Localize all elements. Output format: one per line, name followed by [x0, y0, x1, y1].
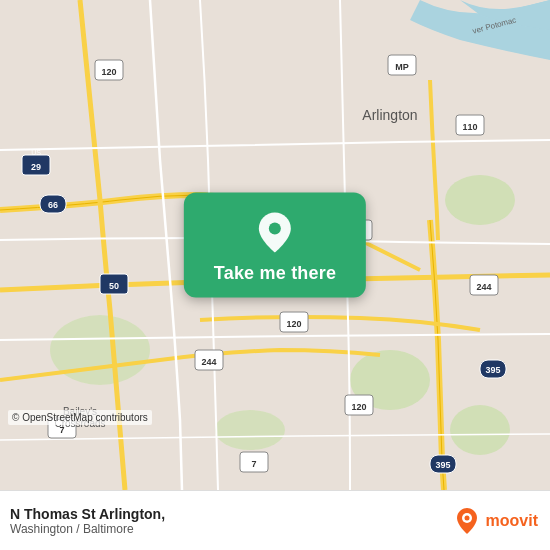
svg-text:395: 395 — [435, 460, 450, 470]
svg-text:7: 7 — [251, 459, 256, 469]
svg-text:50: 50 — [109, 281, 119, 291]
svg-text:US: US — [31, 149, 41, 156]
svg-text:244: 244 — [201, 357, 216, 367]
svg-point-1 — [445, 175, 515, 225]
take-me-there-overlay: Take me there — [184, 193, 366, 298]
svg-text:120: 120 — [286, 319, 301, 329]
bottom-bar: N Thomas St Arlington, Washington / Balt… — [0, 490, 550, 550]
take-me-there-button[interactable]: Take me there — [214, 263, 336, 284]
svg-point-43 — [464, 515, 469, 520]
moovit-icon — [452, 506, 482, 536]
green-box: Take me there — [184, 193, 366, 298]
location-name: N Thomas St Arlington, — [10, 506, 165, 522]
svg-text:120: 120 — [351, 402, 366, 412]
svg-point-3 — [50, 315, 150, 385]
map-container: 29 US 66 50 120 120 MP 244 244 110 27 39… — [0, 0, 550, 490]
svg-text:66: 66 — [48, 200, 58, 210]
location-info: N Thomas St Arlington, Washington / Balt… — [10, 506, 165, 536]
svg-point-4 — [450, 405, 510, 455]
moovit-text: moovit — [486, 512, 538, 530]
svg-text:MP: MP — [395, 62, 409, 72]
svg-text:Arlington: Arlington — [362, 107, 417, 123]
copyright-text: © OpenStreetMap contributors — [8, 410, 152, 425]
svg-text:244: 244 — [476, 282, 491, 292]
svg-text:395: 395 — [485, 365, 500, 375]
svg-point-41 — [269, 223, 281, 235]
svg-point-5 — [215, 410, 285, 450]
moovit-logo: moovit — [452, 506, 538, 536]
svg-text:29: 29 — [31, 162, 41, 172]
location-pin-icon — [253, 211, 297, 255]
location-region: Washington / Baltimore — [10, 522, 165, 536]
svg-text:120: 120 — [101, 67, 116, 77]
svg-text:110: 110 — [462, 122, 477, 132]
